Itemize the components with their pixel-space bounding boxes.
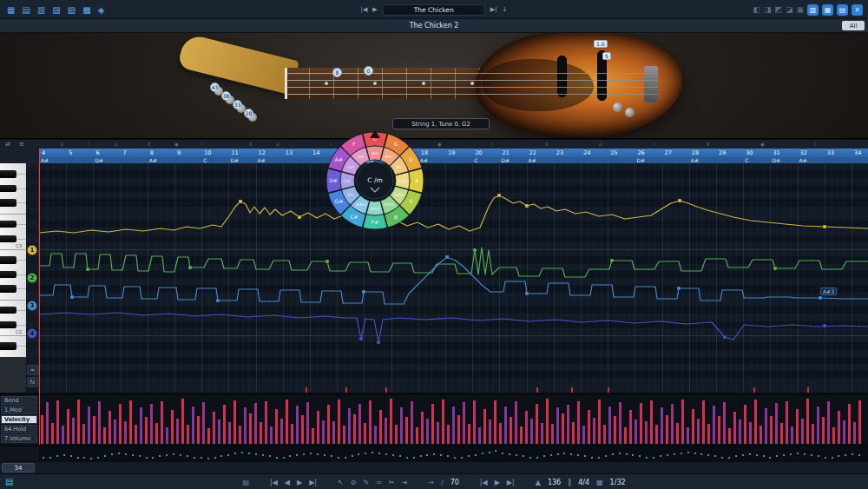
velocity-bar[interactable] <box>843 420 845 444</box>
velocity-bar[interactable] <box>56 400 59 444</box>
velocity-bar[interactable] <box>598 400 601 444</box>
volume-dot[interactable] <box>605 455 607 457</box>
volume-dot[interactable] <box>241 452 243 453</box>
tuner-badge[interactable]: 38 <box>221 91 231 101</box>
volume-dot[interactable] <box>159 455 161 457</box>
velocity-bar[interactable] <box>379 410 382 444</box>
volume-dot[interactable] <box>475 454 477 456</box>
velocity-bar[interactable] <box>671 404 674 444</box>
layout-1-icon[interactable]: ◧ <box>753 5 760 14</box>
volume-dot[interactable] <box>742 454 744 456</box>
velocity-bar[interactable] <box>468 424 470 444</box>
pitch-curve-string-4[interactable] <box>39 313 868 342</box>
velocity-bar[interactable] <box>713 406 715 444</box>
curve-node[interactable] <box>445 255 449 259</box>
volume-dot[interactable] <box>674 453 675 455</box>
volume-dot[interactable] <box>180 454 181 456</box>
layout-4-icon[interactable]: ◪ <box>786 5 793 14</box>
velocity-bar[interactable] <box>260 422 262 444</box>
curve-node[interactable] <box>326 260 329 263</box>
velocity-bar[interactable] <box>171 410 174 444</box>
step-forward-button[interactable]: ▶ <box>297 479 302 486</box>
event-list-icon[interactable]: ▤ <box>242 479 249 486</box>
volume-dot[interactable] <box>104 455 106 457</box>
volume-dot[interactable] <box>90 458 92 459</box>
volume-dot[interactable] <box>728 457 730 459</box>
velocity-bar[interactable] <box>515 401 517 444</box>
velocity-bar[interactable] <box>692 409 694 444</box>
velocity-bar[interactable] <box>88 406 90 444</box>
volume-dot[interactable] <box>77 457 79 459</box>
velocity-bar[interactable] <box>364 423 366 444</box>
black-key[interactable] <box>0 199 16 206</box>
curve-node[interactable] <box>497 194 501 197</box>
curve-node[interactable] <box>525 204 529 208</box>
chord-label[interactable]: A# <box>799 157 807 163</box>
volume-dot[interactable] <box>420 455 422 457</box>
volume-dot[interactable] <box>214 457 216 459</box>
velocity-bar[interactable] <box>421 412 424 444</box>
volume-dot[interactable] <box>509 453 510 455</box>
volume-dot[interactable] <box>43 457 44 459</box>
volume-dot[interactable] <box>49 457 51 459</box>
curve-node[interactable] <box>239 200 242 203</box>
string-badge-2[interactable]: 2 <box>27 273 37 283</box>
marker-icon[interactable]: ◆ <box>174 141 179 147</box>
marker-icon[interactable]: ⌂ <box>115 141 118 147</box>
curve-node[interactable] <box>773 267 777 270</box>
tuner-badge[interactable]: 28 <box>244 109 253 118</box>
volume-dot[interactable] <box>756 454 758 456</box>
velocity-bar[interactable] <box>291 424 293 444</box>
velocity-bar[interactable] <box>77 400 80 444</box>
volume-dot[interactable] <box>714 455 716 457</box>
velocity-bar[interactable] <box>280 419 283 444</box>
volume-dot[interactable] <box>639 455 641 457</box>
black-key[interactable] <box>0 221 16 228</box>
velocity-bar[interactable] <box>135 425 137 444</box>
volume-dot[interactable] <box>283 457 285 459</box>
curve-node[interactable] <box>819 296 822 300</box>
volume-dot[interactable] <box>220 455 222 457</box>
velocity-bar[interactable] <box>124 421 127 444</box>
velocity-bar[interactable] <box>395 425 398 444</box>
velocity-bar[interactable] <box>192 406 194 444</box>
velocity-bar[interactable] <box>551 424 554 444</box>
black-key[interactable] <box>0 342 16 349</box>
volume-dot[interactable] <box>667 454 668 456</box>
marker-icon[interactable]: ⌂ <box>599 141 602 147</box>
velocity-bar[interactable] <box>494 400 496 444</box>
volume-dot[interactable] <box>310 453 312 454</box>
volume-dot[interactable] <box>790 453 792 455</box>
volume-dot[interactable] <box>707 454 709 456</box>
volume-dot[interactable] <box>255 453 257 455</box>
velocity-bar[interactable] <box>218 420 220 444</box>
velocity-bar[interactable] <box>645 421 648 444</box>
volume-dot[interactable] <box>557 453 559 455</box>
tuner-badge[interactable]: 33 <box>233 100 242 109</box>
velocity-bar[interactable] <box>822 417 825 444</box>
velocity-bar[interactable] <box>806 399 809 444</box>
curve-node[interactable] <box>473 248 477 252</box>
string-badge-4[interactable]: 4 <box>27 328 37 339</box>
velocity-bar[interactable] <box>46 402 49 444</box>
chord-label[interactable]: A# <box>149 157 157 163</box>
velocity-bar[interactable] <box>114 420 116 444</box>
volume-dot[interactable] <box>735 455 737 457</box>
volume-dot[interactable] <box>118 453 120 454</box>
velocity-lane[interactable] <box>39 395 868 445</box>
volume-dot[interactable] <box>447 455 449 457</box>
chord-label[interactable]: C <box>203 157 207 163</box>
volume-knob[interactable] <box>613 102 622 112</box>
velocity-bar[interactable] <box>369 400 372 444</box>
volume-dot[interactable] <box>70 455 72 457</box>
marker-icon[interactable]: ♮ <box>814 141 816 147</box>
velocity-bar[interactable] <box>536 404 538 444</box>
velocity-bar[interactable] <box>520 426 523 444</box>
volume-dot[interactable] <box>468 455 470 457</box>
velocity-bar[interactable] <box>478 427 481 444</box>
volume-dot[interactable] <box>111 453 113 455</box>
settings-icon[interactable]: ◈ <box>98 5 105 15</box>
pitch-curve-string-1[interactable] <box>39 195 868 233</box>
volume-dot[interactable] <box>749 453 751 455</box>
layout-3-icon[interactable]: ◩ <box>774 5 782 14</box>
